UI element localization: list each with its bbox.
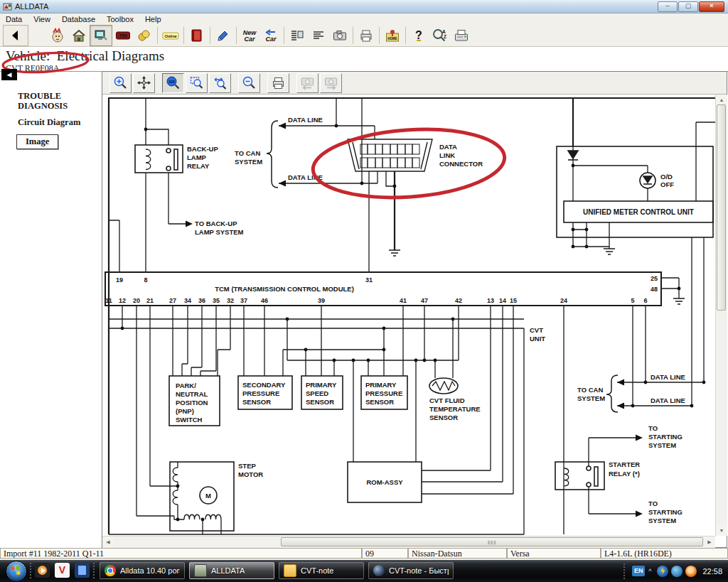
- tcm-pin: 20: [133, 297, 140, 304]
- window-title: ALLDATA: [15, 2, 48, 11]
- pan-button[interactable]: [133, 73, 155, 93]
- svg-text:SWITCH: SWITCH: [176, 416, 203, 424]
- tray-shield-icon[interactable]: [671, 566, 682, 577]
- assistant-icon: [50, 28, 65, 43]
- zoom-100-button[interactable]: 100: [162, 73, 184, 93]
- home-library-button[interactable]: [68, 26, 90, 45]
- relay-label: BACK-UP: [187, 145, 218, 153]
- show-hidden-icons-chevron[interactable]: ^: [648, 568, 651, 575]
- menu-view[interactable]: View: [28, 15, 56, 23]
- motor-coils: [173, 468, 221, 519]
- flow-arrows: [186, 123, 643, 517]
- horizontal-scrollbar[interactable]: ◀ ⦀⦀⦀ ▶: [102, 536, 715, 548]
- vertical-scrollbar[interactable]: ▲ ▼: [715, 95, 727, 536]
- taskbar-window-cvt-note[interactable]: CVT-note: [279, 562, 364, 579]
- menu-bar: Data View Database Toolbox Help: [0, 14, 728, 25]
- tray-flash-icon[interactable]: [657, 566, 668, 577]
- status-model: Versa: [507, 548, 601, 559]
- back-arrow-icon: [12, 31, 18, 41]
- print-button[interactable]: [355, 26, 377, 45]
- next-image-icon: [323, 75, 338, 90]
- vertical-scroll-thumb[interactable]: [717, 104, 726, 311]
- alldata-home-button[interactable]: HOME: [382, 26, 403, 45]
- secondary-pressure-label: SECONDARY: [242, 381, 286, 389]
- scroll-down-arrow[interactable]: ▼: [716, 525, 727, 536]
- minimize-button[interactable]: –: [658, 1, 678, 12]
- notes-app-icon[interactable]: [75, 563, 90, 578]
- library-button[interactable]: [186, 26, 208, 45]
- fit-width-button[interactable]: [209, 73, 231, 93]
- menu-data[interactable]: Data: [0, 15, 28, 23]
- estimates-button[interactable]: [134, 26, 155, 45]
- fax-button[interactable]: [451, 26, 472, 45]
- view-graphics-button[interactable]: [329, 26, 350, 45]
- sidebar-back-button[interactable]: ◀: [1, 69, 17, 80]
- search-az-icon: AZ: [432, 28, 449, 43]
- tcm-pin: 14: [499, 297, 506, 304]
- start-button[interactable]: [6, 561, 27, 582]
- previous-car-button[interactable]: Car: [260, 26, 282, 45]
- online-button[interactable]: Online: [160, 26, 181, 45]
- clock[interactable]: 22:58: [702, 567, 722, 576]
- ground-icon: [389, 249, 685, 304]
- next-image-button[interactable]: [320, 73, 342, 93]
- tcm-pin: 5: [631, 297, 634, 304]
- scroll-left-arrow[interactable]: ◀: [102, 537, 114, 547]
- print-diagram-button[interactable]: [267, 73, 289, 93]
- sidebar-item-circuit-diagram[interactable]: Circuit Diagram: [18, 117, 80, 128]
- taskbar-window-label: CVT-note - Быстрый ...: [389, 566, 449, 575]
- menu-help[interactable]: Help: [139, 15, 167, 23]
- text-graphics-view-icon: [289, 28, 305, 43]
- taskbar-window-cvt-note-viewer[interactable]: CVT-note - Быстрый ...: [368, 562, 454, 579]
- quick-launch-separator: [30, 563, 33, 578]
- markup-button[interactable]: [213, 26, 234, 45]
- scroll-right-arrow[interactable]: ▶: [704, 537, 715, 547]
- shop-manager-button[interactable]: [90, 25, 112, 46]
- data-line-label: DATA LINE: [651, 397, 685, 404]
- svg-text:SYSTEM: SYSTEM: [577, 394, 605, 402]
- svg-text:Car: Car: [244, 36, 255, 43]
- view-text-graphics-button[interactable]: [287, 26, 308, 45]
- back-button[interactable]: [3, 25, 28, 46]
- image-button[interactable]: Image: [16, 134, 58, 149]
- new-car-icon: NewCar: [241, 28, 258, 43]
- taskbar-window-alldata-portable[interactable]: Alldata 10.40 portable...: [100, 562, 185, 579]
- svg-text:SENSOR: SENSOR: [365, 398, 394, 406]
- printer-icon: [358, 28, 374, 43]
- tcm-pin: 11: [105, 297, 112, 304]
- close-button[interactable]: ×: [699, 1, 724, 12]
- primary-pressure-label: PRIMARY: [365, 381, 397, 389]
- browser-icon[interactable]: V: [55, 563, 70, 578]
- step-motor-label: STEP: [238, 462, 256, 470]
- tcm-pin: 24: [560, 297, 567, 304]
- help-button[interactable]: ?: [408, 26, 429, 45]
- zoom-out-button[interactable]: [238, 73, 260, 93]
- search-az-button[interactable]: AZ: [429, 26, 451, 45]
- menu-database[interactable]: Database: [56, 15, 101, 23]
- wiring-diagram[interactable]: BACK-UP LAMP RELAY TO CAN SYSTEM DATA LI…: [102, 95, 715, 536]
- printer-icon: [271, 75, 286, 90]
- data-line-label: DATA LINE: [288, 116, 323, 124]
- view-text-button[interactable]: [308, 26, 329, 45]
- taskbar-window-alldata[interactable]: ALLDATA: [189, 562, 274, 579]
- scroll-up-arrow[interactable]: ▲: [716, 95, 727, 105]
- previous-image-button[interactable]: [296, 73, 318, 93]
- svg-text:TEMPERATURE: TEMPERATURE: [429, 405, 481, 413]
- tray-orange-app-icon[interactable]: [685, 566, 697, 577]
- cvt-unit-label: CVT: [530, 326, 543, 334]
- language-indicator[interactable]: EN: [632, 566, 645, 576]
- toolbar-separator: [379, 27, 380, 44]
- to-starting-label: TO: [648, 424, 658, 432]
- svg-text:SENSOR: SENSOR: [429, 414, 458, 421]
- menu-toolbox[interactable]: Toolbox: [101, 15, 139, 23]
- viewer-toolbar: 100: [102, 72, 727, 95]
- new-car-button[interactable]: NewCar: [239, 26, 260, 45]
- odometer-button[interactable]: 750: [112, 26, 134, 45]
- zoom-in-button[interactable]: [109, 73, 132, 93]
- horizontal-scroll-thumb[interactable]: ⦀⦀⦀: [281, 537, 703, 546]
- relay-coil: [146, 149, 151, 170]
- fit-page-button[interactable]: [186, 73, 208, 93]
- maximize-button[interactable]: ▢: [678, 1, 698, 12]
- media-player-icon[interactable]: [35, 563, 50, 578]
- assistant-button[interactable]: [47, 26, 68, 45]
